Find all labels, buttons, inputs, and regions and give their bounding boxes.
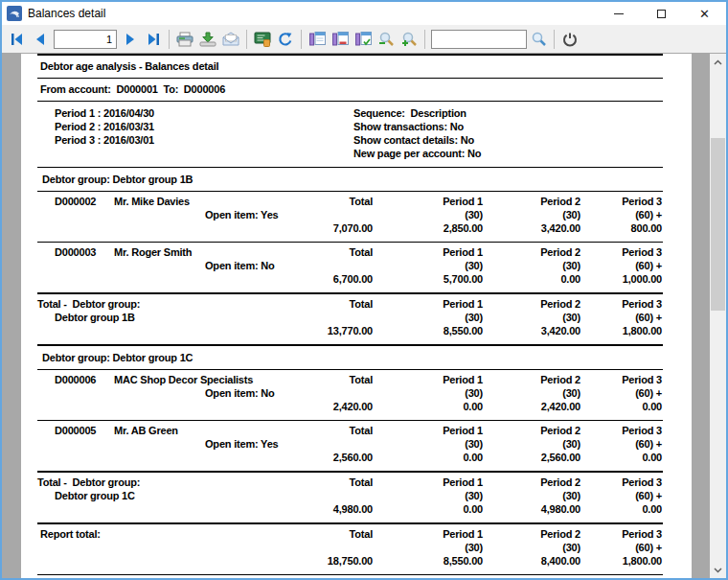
open-item: Open item: Yes <box>114 438 282 451</box>
next-page-button[interactable] <box>119 28 142 51</box>
col-sub2: (30) <box>483 438 580 451</box>
maximize-button[interactable] <box>640 2 683 25</box>
col-sub1: (30) <box>373 490 483 502</box>
value-p1: 8,550.00 <box>373 325 483 337</box>
group-total-name: Debtor group 1B <box>37 312 282 324</box>
email-button[interactable] <box>219 28 242 51</box>
scroll-down-button[interactable] <box>710 562 726 578</box>
minimize-button[interactable] <box>597 2 640 25</box>
col-sub3: (60) + <box>580 312 662 324</box>
debtor-code: D000005 <box>37 425 114 437</box>
col-total: Total <box>282 196 373 208</box>
toolbar-separator <box>424 30 425 49</box>
col-total: Total <box>282 298 373 311</box>
last-page-button[interactable] <box>142 28 165 51</box>
toolbar-separator <box>246 30 247 49</box>
value-p1: 2,850.00 <box>373 222 483 235</box>
col-period3: Period 3 <box>580 476 662 489</box>
search-button[interactable] <box>527 28 550 51</box>
design-report-button[interactable] <box>251 28 274 51</box>
group-total-name: Debtor group 1C <box>37 490 282 502</box>
debtor-code: D000003 <box>37 246 114 259</box>
col-period2: Period 2 <box>483 298 580 311</box>
layout-apply-icon <box>355 32 372 46</box>
col-total: Total <box>282 528 373 541</box>
vertical-scrollbar[interactable] <box>710 54 726 578</box>
title-bar: Balances detail ✕ <box>2 2 726 25</box>
maximize-icon <box>657 10 666 18</box>
value-total: 2,420.00 <box>282 401 373 413</box>
power-icon <box>562 32 578 47</box>
value-p3: 800.00 <box>580 222 662 235</box>
col-period2: Period 2 <box>483 246 580 259</box>
report-title: Debtor age analysis - Balances detail <box>21 56 692 78</box>
value-p2: 3,420.00 <box>483 325 580 337</box>
close-button[interactable]: ✕ <box>683 2 726 25</box>
group-total-label: Total - Debtor group: <box>37 476 282 489</box>
value-p1: 0.00 <box>373 401 483 413</box>
value-p3: 0.00 <box>580 503 662 516</box>
col-period3: Period 3 <box>580 246 662 259</box>
group-total-row: Total - Debtor group: Total Period 1 Per… <box>21 473 692 522</box>
layout-default-button[interactable] <box>306 28 329 51</box>
show-transactions-option: Show transactions: No <box>353 120 692 133</box>
col-sub3: (60) + <box>580 209 662 221</box>
debtor-row: D000002 Mr. Mike Davies Total Period 1 P… <box>21 192 692 242</box>
power-exit-button[interactable] <box>558 28 581 51</box>
print-icon <box>176 32 193 47</box>
scrollbar-thumb[interactable] <box>711 138 725 311</box>
zoom-in-icon <box>401 31 418 47</box>
value-p2: 8,400.00 <box>483 555 580 568</box>
value-p1: 0.00 <box>373 503 483 516</box>
col-period3: Period 3 <box>580 298 662 311</box>
page-number-input[interactable] <box>54 30 117 49</box>
toolbar-separator <box>554 30 555 49</box>
report-page: Debtor age analysis - Balances detail Fr… <box>21 54 692 578</box>
col-period3: Period 3 <box>580 374 662 386</box>
value-p2: 2,560.00 <box>483 452 580 464</box>
rule <box>37 574 663 575</box>
open-item: Open item: No <box>114 387 282 400</box>
value-total: 6,700.00 <box>282 273 373 286</box>
col-period3: Period 3 <box>580 425 662 437</box>
new-page-per-account-option: New page per account: No <box>353 147 692 160</box>
first-page-button[interactable] <box>6 28 29 51</box>
refresh-button[interactable] <box>274 28 297 51</box>
report-window: Balances detail ✕ <box>0 0 728 580</box>
zoom-in-button[interactable] <box>398 28 421 51</box>
layout-default-icon <box>309 32 326 46</box>
layout-apply-button[interactable] <box>352 28 375 51</box>
debtor-row: D000005 Mr. AB Green Total Period 1 Peri… <box>21 421 692 471</box>
zoom-out-button[interactable] <box>375 28 398 51</box>
scroll-up-button[interactable] <box>710 54 726 70</box>
previous-page-button[interactable] <box>29 28 52 51</box>
export-save-icon <box>199 32 216 47</box>
debtor-name: MAC Shop Decor Specialists <box>114 374 282 386</box>
layout-remove-icon <box>332 32 349 46</box>
value-p1: 8,550.00 <box>373 555 483 568</box>
col-sub2: (30) <box>483 312 580 324</box>
export-save-button[interactable] <box>196 28 219 51</box>
col-total: Total <box>282 425 373 437</box>
col-sub3: (60) + <box>580 438 662 451</box>
search-icon <box>531 31 547 47</box>
col-period2: Period 2 <box>483 528 580 541</box>
col-sub2: (30) <box>483 260 580 272</box>
col-sub2: (30) <box>483 542 580 554</box>
close-icon: ✕ <box>699 7 710 21</box>
value-p2: 0.00 <box>483 273 580 286</box>
design-report-icon <box>254 32 271 47</box>
layout-remove-button[interactable] <box>329 28 352 51</box>
last-page-icon <box>146 32 161 47</box>
open-item: Open item: No <box>114 260 282 272</box>
print-button[interactable] <box>173 28 196 51</box>
col-period2: Period 2 <box>483 425 580 437</box>
debtor-code: D000002 <box>37 196 114 208</box>
value-total: 13,770.00 <box>282 325 373 337</box>
value-total: 2,560.00 <box>282 452 373 464</box>
search-input[interactable] <box>431 30 527 49</box>
value-total: 7,070.00 <box>282 222 373 235</box>
show-contact-details-option: Show contact details: No <box>353 133 692 147</box>
first-page-icon <box>10 32 25 47</box>
col-period1: Period 1 <box>373 196 483 208</box>
